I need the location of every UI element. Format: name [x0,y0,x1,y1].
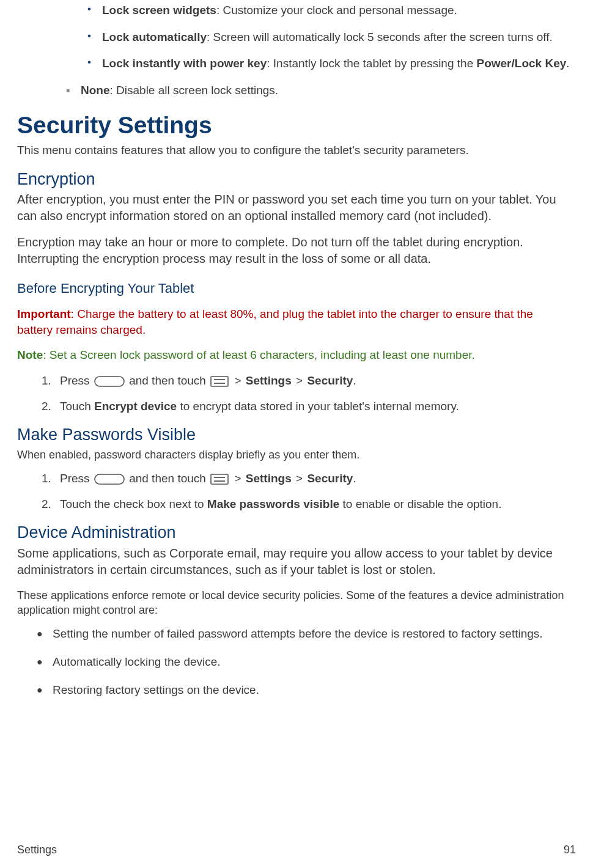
nav-separator: > [293,374,306,387]
important-text: : Charge the battery to at least 80%, an… [17,307,533,336]
paragraph: Some applications, such as Corporate ema… [17,545,570,578]
item-text: : Disable all screen lock settings. [110,84,279,97]
step-text: and then touch [129,374,209,387]
bullet-marker-icon: • [87,2,102,18]
nav-separator: > [234,374,244,387]
important-note: Important: Charge the battery to at leas… [17,306,570,337]
note-label: Note [17,348,43,361]
heading-make-passwords-visible: Make Passwords Visible [17,424,570,446]
list-item: • Lock automatically: Screen will automa… [87,29,570,45]
list-item: ● Setting the number of failed password … [37,626,570,642]
home-button-icon [94,376,125,387]
list-number: 2. [42,399,60,414]
note-text: : Set a Screen lock password of at least… [43,348,475,361]
list-item: 2. Touch Encrypt device to encrypt data … [42,399,570,414]
list-item: • Lock screen widgets: Customize your cl… [87,2,570,18]
footer-page-number: 91 [564,842,576,857]
paragraph: After encryption, you must enter the PIN… [17,191,570,224]
list-number: 1. [42,373,60,389]
paragraph: These applications enforce remote or loc… [17,588,570,618]
paragraph: Encryption may take an hour or more to c… [17,234,570,267]
step-text: Press [60,472,93,485]
menu-icon [210,376,229,387]
svg-rect-4 [95,474,124,484]
bullet-marker-icon: • [87,56,102,72]
ordered-list: 1. Press and then touch > Settings > Sec… [42,471,570,512]
item-suffix: . [566,57,569,70]
important-label: Important [17,307,71,320]
list-number: 1. [42,471,60,487]
bullet-marker-icon: ● [37,682,53,698]
nav-settings: Settings [246,374,292,387]
item-text: Automatically locking the device. [53,654,221,670]
nav-separator: > [293,472,306,485]
heading-before-encrypting: Before Encrypting Your Tablet [17,279,570,298]
home-button-icon [94,474,125,485]
note: Note: Set a Screen lock password of at l… [17,347,570,363]
heading-security-settings: Security Settings [17,109,570,142]
step-text: and then touch [129,472,209,485]
heading-device-administration: Device Administration [17,521,570,543]
paragraph: This menu contains features that allow y… [17,142,570,158]
item-text: : Screen will automatically lock 5 secon… [207,31,553,43]
bullet-list: ● Setting the number of failed password … [37,626,570,697]
item-text: : Customize your clock and personal mess… [216,4,457,17]
item-label: Lock screen widgets [102,4,216,17]
nav-settings: Settings [246,472,292,485]
item-text: Setting the number of failed password at… [53,626,543,642]
nested-bullet-list: • Lock screen widgets: Customize your cl… [87,0,570,72]
svg-rect-5 [211,474,228,484]
list-item: ■ None: Disable all screen lock settings… [66,83,570,98]
heading-encryption: Encryption [17,168,570,190]
paragraph: When enabled, password characters displa… [17,447,570,462]
item-bold-tail: Power/Lock Key [476,57,566,70]
step-bold: Encrypt device [94,400,177,413]
list-number: 2. [42,496,60,512]
item-label: None [81,84,110,97]
item-label: Lock instantly with power key [102,57,267,70]
square-marker-icon: ■ [66,83,81,98]
item-label: Lock automatically [102,31,207,43]
nav-security: Security [307,374,353,387]
ordered-list: 1. Press and then touch > Settings > Sec… [42,373,570,414]
item-text: : Instantly lock the tablet by pressing … [267,57,476,70]
page-footer: Settings 91 [17,842,576,857]
list-item: 1. Press and then touch > Settings > Sec… [42,471,570,487]
period: . [353,472,356,485]
bullet-marker-icon: • [87,29,102,45]
list-item: 1. Press and then touch > Settings > Sec… [42,373,570,389]
step-text: to encrypt data stored in your tablet's … [177,400,459,413]
step-text: Touch the check box next to [60,498,207,510]
list-item: ● Restoring factory settings on the devi… [37,682,570,698]
nav-security: Security [307,472,353,485]
item-text: Restoring factory settings on the device… [53,682,259,698]
period: . [353,374,356,387]
list-item: 2. Touch the check box next to Make pass… [42,496,570,512]
step-text: to enable or disable the option. [339,498,501,510]
step-text: Touch [60,400,94,413]
square-bullet-list: ■ None: Disable all screen lock settings… [66,83,570,98]
step-bold: Make passwords visible [207,498,340,510]
bullet-marker-icon: ● [37,626,53,642]
footer-section: Settings [17,842,57,857]
bullet-marker-icon: ● [37,654,53,670]
svg-rect-0 [95,377,124,386]
nav-separator: > [234,472,244,485]
svg-rect-1 [211,377,228,386]
step-text: Press [60,374,93,387]
list-item: ● Automatically locking the device. [37,654,570,670]
list-item: • Lock instantly with power key: Instant… [87,56,570,72]
menu-icon [210,474,229,485]
